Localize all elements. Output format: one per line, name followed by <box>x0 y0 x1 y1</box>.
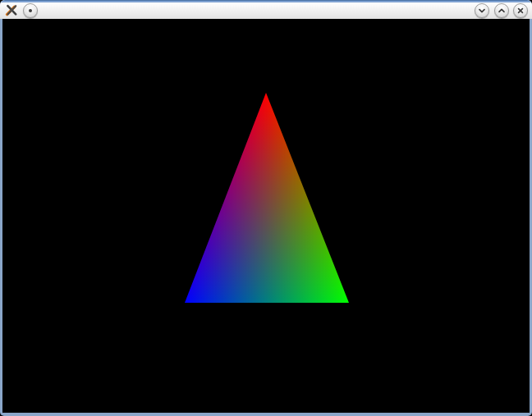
window-title <box>43 3 470 16</box>
minimize-button[interactable] <box>475 3 489 18</box>
titlebar-accent-line <box>0 0 532 2</box>
gl-viewport <box>2 19 530 413</box>
close-x-icon <box>516 7 525 15</box>
on-all-desktops-button[interactable] <box>23 3 38 18</box>
chevron-up-icon <box>498 7 506 15</box>
x-app-icon[interactable] <box>5 3 18 16</box>
x-app-icon-glyph <box>5 3 18 16</box>
app-window <box>0 0 532 416</box>
close-button[interactable] <box>513 3 528 18</box>
chevron-down-icon <box>478 7 486 15</box>
rgb-gradient-triangle <box>2 19 530 413</box>
maximize-button[interactable] <box>494 3 509 18</box>
dot-icon <box>29 9 32 12</box>
titlebar[interactable] <box>0 0 532 19</box>
